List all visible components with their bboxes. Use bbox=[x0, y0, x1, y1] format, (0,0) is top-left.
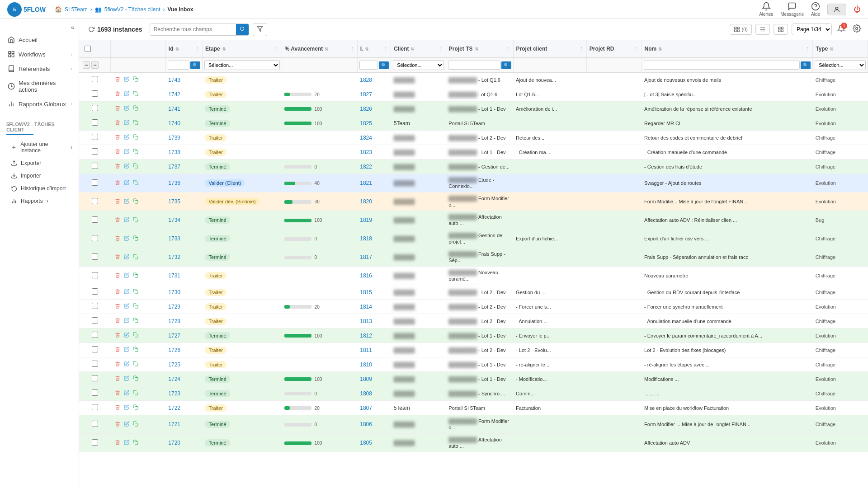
edit-button[interactable] bbox=[123, 197, 131, 206]
edit-button[interactable] bbox=[123, 331, 131, 340]
nom-menu-icon[interactable]: ⋮ bbox=[805, 47, 810, 52]
row-id[interactable]: 1741 bbox=[168, 106, 180, 112]
row-checkbox[interactable] bbox=[92, 303, 98, 309]
sidebar-item-importer[interactable]: Importer bbox=[0, 169, 79, 182]
row-checkbox[interactable] bbox=[92, 119, 98, 126]
row-checkbox[interactable] bbox=[92, 235, 98, 241]
filter-i-input[interactable] bbox=[359, 61, 378, 70]
copy-button[interactable] bbox=[132, 179, 140, 188]
edit-button[interactable] bbox=[123, 288, 131, 296]
prd-menu-icon[interactable]: ⋮ bbox=[634, 47, 639, 52]
messages-button[interactable]: Messagerie bbox=[780, 2, 804, 17]
row-checkbox[interactable] bbox=[92, 288, 98, 295]
row-id[interactable]: 1722 bbox=[168, 405, 180, 411]
delete-button[interactable] bbox=[113, 288, 122, 296]
row-id[interactable]: 1730 bbox=[168, 289, 180, 296]
filter-nom-search-button[interactable]: 🔍 bbox=[801, 61, 811, 69]
copy-button[interactable] bbox=[132, 288, 140, 296]
row-id[interactable]: 1723 bbox=[168, 390, 180, 397]
row-id[interactable]: 1743 bbox=[168, 77, 180, 83]
row-id[interactable]: 1734 bbox=[168, 217, 180, 223]
copy-button[interactable] bbox=[132, 119, 140, 127]
delete-button[interactable] bbox=[113, 420, 122, 429]
row-id[interactable]: 1727 bbox=[168, 333, 180, 339]
copy-button[interactable] bbox=[132, 90, 140, 99]
edit-button[interactable] bbox=[123, 148, 131, 156]
edit-button[interactable] bbox=[123, 375, 131, 383]
delete-button[interactable] bbox=[113, 302, 122, 311]
sidebar-item-exporter[interactable]: Exporter bbox=[0, 157, 79, 169]
copy-button[interactable] bbox=[132, 331, 140, 340]
pts-menu-icon[interactable]: ⋮ bbox=[506, 47, 510, 52]
row-checkbox[interactable] bbox=[92, 332, 98, 338]
edit-button[interactable] bbox=[123, 162, 131, 171]
delete-button[interactable] bbox=[113, 439, 122, 447]
edit-button[interactable] bbox=[123, 90, 131, 99]
row-id[interactable]: 1732 bbox=[168, 254, 180, 260]
row-id[interactable]: 1739 bbox=[168, 135, 180, 141]
edit-button[interactable] bbox=[123, 317, 131, 325]
row-id[interactable]: 1720 bbox=[168, 440, 180, 446]
filter-pts-input[interactable] bbox=[448, 61, 500, 70]
sidebar-item-historique[interactable]: Historique d'import bbox=[0, 182, 79, 195]
columns-toggle-button[interactable]: (0) bbox=[730, 24, 752, 35]
breadcrumb-team[interactable]: 5flowV2 - Tâches client bbox=[104, 6, 160, 13]
copy-button[interactable] bbox=[132, 389, 140, 398]
copy-button[interactable] bbox=[132, 162, 140, 171]
select-all-checkbox[interactable] bbox=[85, 46, 91, 52]
copy-button[interactable] bbox=[132, 360, 140, 369]
copy-button[interactable] bbox=[132, 420, 140, 429]
copy-button[interactable] bbox=[132, 75, 140, 84]
row-checkbox[interactable] bbox=[92, 179, 98, 186]
filter-pts-search-button[interactable]: 🔍 bbox=[501, 61, 511, 69]
row-checkbox[interactable] bbox=[92, 253, 98, 260]
th-avancement[interactable]: % Avancement ⇅ ⋮ bbox=[282, 40, 357, 58]
delete-button[interactable] bbox=[113, 272, 122, 280]
edit-button[interactable] bbox=[123, 75, 131, 84]
th-nom[interactable]: Nom ⇅ ⋮ bbox=[642, 40, 813, 58]
th-projet-ts[interactable]: Projet TS ⇅ ⋮ bbox=[446, 40, 513, 58]
edit-button[interactable] bbox=[123, 253, 131, 262]
copy-button[interactable] bbox=[132, 216, 140, 225]
filter-nom-input[interactable] bbox=[644, 61, 800, 70]
id-menu-icon[interactable]: ⋮ bbox=[195, 47, 199, 52]
sidebar-item-rapports-globaux[interactable]: Rapports Globaux › bbox=[0, 97, 79, 111]
alerts-button[interactable]: Alertes bbox=[759, 2, 773, 17]
edit-button[interactable] bbox=[123, 346, 131, 354]
delete-button[interactable] bbox=[113, 90, 122, 99]
row-id[interactable]: 1724 bbox=[168, 376, 180, 382]
filter-client-select[interactable]: Sélection... bbox=[393, 60, 444, 70]
row-checkbox[interactable] bbox=[92, 346, 98, 352]
filter-type-select[interactable]: Sélection... bbox=[815, 60, 866, 70]
help-button[interactable]: Aide bbox=[811, 2, 820, 17]
copy-button[interactable] bbox=[132, 148, 140, 156]
th-type[interactable]: Type ⇅ bbox=[813, 40, 868, 58]
breadcrumb-home[interactable]: SI 5Team bbox=[65, 6, 88, 13]
th-etape[interactable]: Etape ⇅ ⋮ bbox=[202, 40, 282, 58]
edit-button[interactable] bbox=[123, 216, 131, 225]
row-id[interactable]: 1731 bbox=[168, 272, 180, 279]
delete-button[interactable] bbox=[113, 346, 122, 354]
delete-button[interactable] bbox=[113, 216, 122, 225]
edit-button[interactable] bbox=[123, 119, 131, 127]
sidebar-item-workflows[interactable]: Workflows › bbox=[0, 47, 79, 61]
row-checkbox[interactable] bbox=[92, 389, 98, 396]
grid-button[interactable] bbox=[774, 24, 788, 35]
filter-button[interactable] bbox=[253, 23, 267, 36]
i-menu-icon[interactable]: ⋮ bbox=[383, 47, 388, 52]
sidebar-item-rapports[interactable]: Rapports › bbox=[0, 195, 79, 207]
view-button[interactable] bbox=[755, 24, 770, 35]
search-button[interactable] bbox=[236, 24, 249, 35]
edit-button[interactable] bbox=[123, 272, 131, 280]
copy-button[interactable] bbox=[132, 375, 140, 383]
row-checkbox[interactable] bbox=[92, 317, 98, 324]
edit-button[interactable] bbox=[123, 404, 131, 412]
filter-id-input[interactable] bbox=[168, 61, 189, 70]
copy-button[interactable] bbox=[132, 253, 140, 262]
row-checkbox[interactable] bbox=[92, 76, 98, 82]
select-plus-button[interactable]: − bbox=[91, 61, 99, 69]
edit-button[interactable] bbox=[123, 389, 131, 398]
sidebar-collapse-button[interactable]: « bbox=[0, 23, 79, 33]
row-id[interactable]: 1721 bbox=[168, 421, 180, 427]
row-id[interactable]: 1735 bbox=[168, 198, 180, 205]
